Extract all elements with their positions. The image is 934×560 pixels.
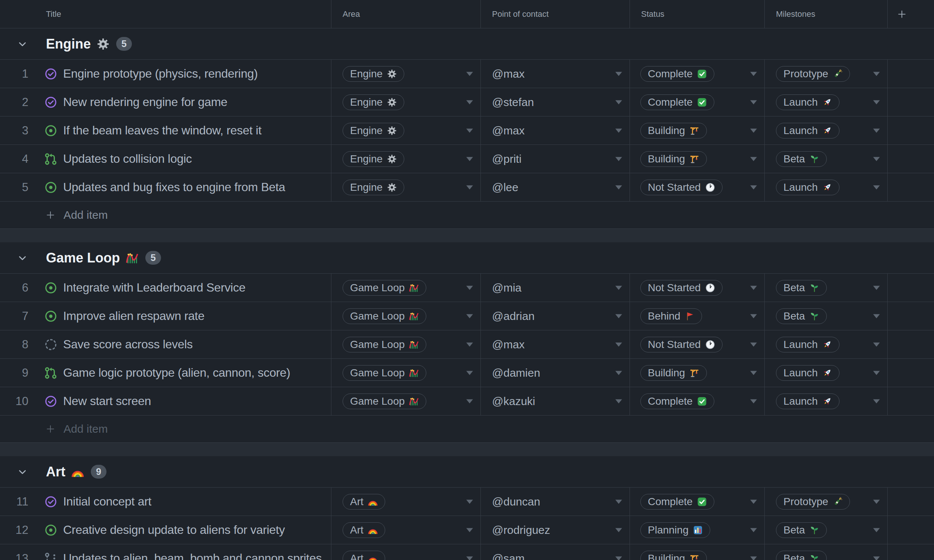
title-cell[interactable]: 1Engine prototype (physics, rendering) [0, 60, 331, 88]
dropdown-caret-icon[interactable] [750, 314, 757, 318]
title-cell[interactable]: 2New rendering engine for game [0, 88, 331, 116]
milestone-pill[interactable]: Launch [776, 365, 840, 381]
dropdown-caret-icon[interactable] [466, 72, 473, 76]
milestone-cell[interactable]: Beta [765, 544, 888, 560]
poc-cell[interactable]: @damien [481, 359, 630, 387]
area-cell[interactable]: Game Loop [331, 359, 481, 387]
area-pill[interactable]: Game Loop [342, 308, 426, 324]
title-cell[interactable]: 6Integrate with Leaderboard Service [0, 274, 331, 302]
add-column-button[interactable] [888, 0, 934, 28]
item-title[interactable]: Updates to collision logic [63, 152, 192, 166]
dropdown-caret-icon[interactable] [615, 72, 622, 76]
dropdown-caret-icon[interactable] [873, 528, 880, 532]
add-item-button[interactable]: Add item [0, 415, 934, 443]
item-title[interactable]: New start screen [63, 394, 151, 408]
area-cell[interactable]: Game Loop [331, 302, 481, 330]
milestone-cell[interactable]: Launch [765, 88, 888, 116]
area-pill[interactable]: Game Loop [342, 365, 426, 381]
dropdown-caret-icon[interactable] [615, 399, 622, 403]
area-pill[interactable]: Engine [342, 151, 404, 167]
status-cell[interactable]: Planning [630, 516, 765, 544]
title-cell[interactable]: 3If the beam leaves the window, reset it [0, 117, 331, 145]
status-cell[interactable]: Building [630, 544, 765, 560]
contact-mention[interactable]: @max [492, 124, 524, 137]
dropdown-caret-icon[interactable] [750, 500, 757, 504]
contact-mention[interactable]: @damien [492, 367, 540, 379]
milestone-pill[interactable]: Launch [776, 123, 840, 138]
dropdown-caret-icon[interactable] [615, 286, 622, 290]
dropdown-caret-icon[interactable] [466, 185, 473, 189]
dropdown-caret-icon[interactable] [750, 286, 757, 290]
dropdown-caret-icon[interactable] [615, 342, 622, 346]
dropdown-caret-icon[interactable] [873, 371, 880, 375]
status-cell[interactable]: Not Started [630, 331, 765, 358]
area-pill[interactable]: Engine [342, 66, 404, 82]
contact-mention[interactable]: @kazuki [492, 395, 535, 408]
milestone-cell[interactable]: Prototype [765, 60, 888, 88]
milestone-cell[interactable]: Beta [765, 145, 888, 173]
status-pill[interactable]: Behind [640, 308, 702, 324]
title-cell[interactable]: 13Updates to alien, beam, bomb and canno… [0, 544, 331, 560]
area-cell[interactable]: Game Loop [331, 274, 481, 302]
area-cell[interactable]: Engine [331, 88, 481, 116]
item-title[interactable]: Initial concept art [63, 495, 151, 508]
column-header-area[interactable]: Area [331, 0, 481, 28]
milestone-cell[interactable]: Prototype [765, 488, 888, 515]
milestone-pill[interactable]: Beta [776, 551, 827, 560]
dropdown-caret-icon[interactable] [466, 500, 473, 504]
column-header-milestones[interactable]: Milestones [765, 0, 888, 28]
dropdown-caret-icon[interactable] [466, 556, 473, 560]
milestone-cell[interactable]: Beta [765, 516, 888, 544]
status-cell[interactable]: Complete [630, 387, 765, 415]
dropdown-caret-icon[interactable] [873, 556, 880, 560]
contact-mention[interactable]: @max [492, 338, 524, 351]
status-cell[interactable]: Complete [630, 488, 765, 515]
status-pill[interactable]: Not Started [640, 280, 723, 296]
milestone-pill[interactable]: Launch [776, 394, 840, 409]
area-pill[interactable]: Game Loop [342, 280, 426, 296]
dropdown-caret-icon[interactable] [873, 157, 880, 161]
milestone-cell[interactable]: Beta [765, 302, 888, 330]
status-pill[interactable]: Building [640, 551, 707, 560]
dropdown-caret-icon[interactable] [750, 100, 757, 104]
poc-cell[interactable]: @duncan [481, 488, 630, 515]
status-pill[interactable]: Complete [640, 66, 714, 82]
item-title[interactable]: If the beam leaves the window, reset it [63, 123, 262, 137]
area-pill[interactable]: Art [342, 494, 385, 509]
contact-mention[interactable]: @duncan [492, 495, 540, 508]
add-item-button[interactable]: Add item [0, 202, 934, 229]
status-pill[interactable]: Complete [640, 94, 714, 110]
status-cell[interactable]: Building [630, 145, 765, 173]
dropdown-caret-icon[interactable] [873, 185, 880, 189]
dropdown-caret-icon[interactable] [466, 342, 473, 346]
poc-cell[interactable]: @rodriguez [481, 516, 630, 544]
title-cell[interactable]: 10New start screen [0, 387, 331, 415]
contact-mention[interactable]: @priti [492, 153, 521, 165]
status-pill[interactable]: Complete [640, 494, 714, 509]
title-cell[interactable]: 7Improve alien respawn rate [0, 302, 331, 330]
poc-cell[interactable]: @max [481, 331, 630, 358]
item-title[interactable]: Game logic prototype (alien, cannon, sco… [63, 366, 290, 380]
status-pill[interactable]: Building [640, 123, 707, 138]
dropdown-caret-icon[interactable] [873, 500, 880, 504]
group-header-art[interactable]: Art9 [0, 456, 934, 488]
milestone-pill[interactable]: Beta [776, 151, 827, 167]
area-cell[interactable]: Engine [331, 173, 481, 201]
dropdown-caret-icon[interactable] [615, 185, 622, 189]
dropdown-caret-icon[interactable] [750, 528, 757, 532]
status-pill[interactable]: Building [640, 151, 707, 167]
area-cell[interactable]: Art [331, 516, 481, 544]
area-cell[interactable]: Engine [331, 145, 481, 173]
title-cell[interactable]: 8Save score across levels [0, 331, 331, 358]
dropdown-caret-icon[interactable] [466, 371, 473, 375]
item-title[interactable]: Integrate with Leaderboard Service [63, 281, 245, 295]
area-cell[interactable]: Game Loop [331, 387, 481, 415]
milestone-cell[interactable]: Launch [765, 387, 888, 415]
group-header-game-loop[interactable]: Game Loop5 [0, 242, 934, 274]
poc-cell[interactable]: @kazuki [481, 387, 630, 415]
dropdown-caret-icon[interactable] [615, 128, 622, 132]
area-cell[interactable]: Art [331, 488, 481, 515]
dropdown-caret-icon[interactable] [466, 314, 473, 318]
dropdown-caret-icon[interactable] [615, 314, 622, 318]
dropdown-caret-icon[interactable] [615, 371, 622, 375]
